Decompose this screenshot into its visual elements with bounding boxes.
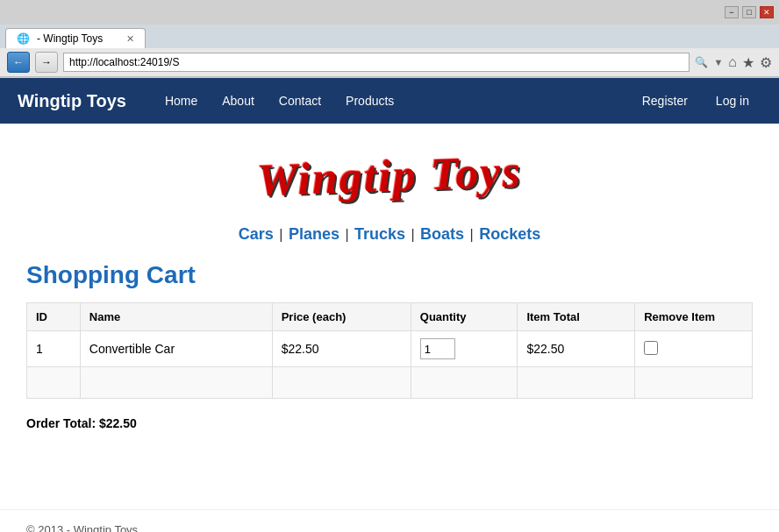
- nav-products[interactable]: Products: [333, 81, 406, 121]
- category-trucks[interactable]: Trucks: [354, 225, 405, 243]
- title-bar: − □ ✕: [0, 0, 779, 25]
- toolbar-icons: ⌂ ★ ⚙: [728, 54, 772, 71]
- sep-3: |: [411, 227, 414, 242]
- nav-contact[interactable]: Contact: [267, 81, 333, 121]
- browser-chrome: − □ ✕ 🌐 - Wingtip Toys ✕ ← → 🔍 ▼ ⌂ ★ ⚙: [0, 0, 779, 78]
- item-price: $22.50: [272, 331, 411, 367]
- cart-table: ID Name Price (each) Quantity Item Total…: [26, 302, 753, 399]
- item-id: 1: [27, 331, 81, 367]
- item-total: $22.50: [518, 331, 635, 367]
- site-nav: Wingtip Toys Home About Contact Products…: [0, 78, 779, 124]
- category-boats[interactable]: Boats: [420, 225, 464, 243]
- order-total: Order Total: $22.50: [26, 416, 753, 430]
- category-rockets[interactable]: Rockets: [479, 225, 540, 243]
- empty-qty: [411, 367, 518, 399]
- home-icon[interactable]: ⌂: [728, 54, 737, 70]
- footer-text: © 2013 - Wingtip Toys: [26, 523, 138, 532]
- sep-1: |: [279, 227, 282, 242]
- browser-tab[interactable]: 🌐 - Wingtip Toys ✕: [5, 28, 146, 48]
- category-cars[interactable]: Cars: [239, 225, 274, 243]
- sep-4: |: [470, 227, 474, 242]
- title-bar-controls: − □ ✕: [725, 6, 774, 18]
- close-button[interactable]: ✕: [760, 6, 774, 18]
- category-links: Cars | Planes | Trucks | Boats | Rockets: [26, 215, 753, 261]
- remove-cell: [635, 331, 753, 367]
- remove-checkbox[interactable]: [644, 341, 658, 355]
- col-price: Price (each): [272, 303, 411, 331]
- nav-home[interactable]: Home: [153, 81, 210, 121]
- footer: © 2013 - Wingtip Toys: [0, 509, 779, 532]
- nav-about[interactable]: About: [210, 81, 267, 121]
- tab-icon: 🌐: [17, 32, 30, 45]
- main-content: Wingtip Toys Cars | Planes | Trucks | Bo…: [0, 124, 779, 474]
- table-row: 1 Convertible Car $22.50 $22.50: [27, 331, 753, 367]
- col-quantity: Quantity: [411, 303, 518, 331]
- cart-table-header: ID Name Price (each) Quantity Item Total…: [27, 303, 753, 331]
- nav-right-links: Register Log in: [630, 81, 761, 121]
- col-name: Name: [80, 303, 272, 331]
- site-title-section: Wingtip Toys: [26, 124, 753, 215]
- item-name: Convertible Car: [80, 331, 272, 367]
- col-id: ID: [27, 303, 81, 331]
- login-link[interactable]: Log in: [704, 81, 761, 121]
- brand-link[interactable]: Wingtip Toys: [18, 91, 126, 111]
- quantity-input[interactable]: [420, 338, 455, 359]
- empty-name: [80, 367, 272, 399]
- favorites-icon[interactable]: ★: [742, 54, 754, 71]
- empty-row: [27, 367, 753, 399]
- empty-remove: [635, 367, 753, 399]
- header-row: ID Name Price (each) Quantity Item Total…: [27, 303, 753, 331]
- search-icon: 🔍: [695, 56, 708, 68]
- category-planes[interactable]: Planes: [289, 225, 339, 243]
- empty-price: [272, 367, 411, 399]
- url-input[interactable]: [63, 53, 690, 72]
- back-button[interactable]: ←: [7, 52, 30, 73]
- register-link[interactable]: Register: [630, 81, 700, 121]
- cart-table-body: 1 Convertible Car $22.50 $22.50: [27, 331, 753, 399]
- address-bar: ← → 🔍 ▼ ⌂ ★ ⚙: [0, 48, 779, 77]
- col-item-total: Item Total: [518, 303, 635, 331]
- tab-close-icon[interactable]: ✕: [126, 33, 134, 45]
- empty-total: [518, 367, 635, 399]
- dropdown-icon: ▼: [713, 57, 723, 67]
- tab-label: - Wingtip Toys: [37, 32, 103, 45]
- settings-icon[interactable]: ⚙: [760, 54, 772, 71]
- item-quantity-cell: [411, 331, 518, 367]
- site-title: Wingtip Toys: [256, 145, 523, 206]
- maximize-button[interactable]: □: [742, 6, 756, 18]
- forward-button[interactable]: →: [35, 52, 58, 73]
- tab-bar: 🌐 - Wingtip Toys ✕: [0, 25, 779, 48]
- cart-heading: Shopping Cart: [26, 261, 753, 289]
- sep-2: |: [345, 227, 348, 242]
- nav-links: Home About Contact Products: [153, 81, 630, 121]
- empty-id: [27, 367, 81, 399]
- col-remove: Remove Item: [635, 303, 753, 331]
- minimize-button[interactable]: −: [725, 6, 739, 18]
